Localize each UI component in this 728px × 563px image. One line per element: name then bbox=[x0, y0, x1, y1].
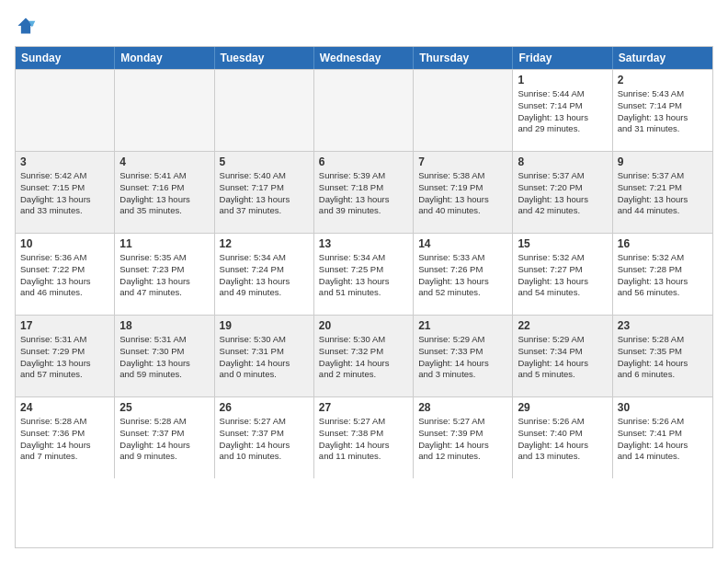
day-info: Sunrise: 5:28 AM Sunset: 7:37 PM Dayligh… bbox=[119, 416, 209, 463]
day-cell-14: 14Sunrise: 5:33 AM Sunset: 7:26 PM Dayli… bbox=[414, 234, 513, 315]
day-info: Sunrise: 5:44 AM Sunset: 7:14 PM Dayligh… bbox=[518, 88, 607, 135]
day-cell-3: 3Sunrise: 5:42 AM Sunset: 7:15 PM Daylig… bbox=[16, 152, 115, 233]
day-number: 6 bbox=[319, 155, 408, 168]
day-info: Sunrise: 5:26 AM Sunset: 7:41 PM Dayligh… bbox=[618, 416, 708, 463]
day-info: Sunrise: 5:42 AM Sunset: 7:15 PM Dayligh… bbox=[20, 170, 109, 217]
calendar-week-2: 3Sunrise: 5:42 AM Sunset: 7:15 PM Daylig… bbox=[16, 151, 712, 233]
day-info: Sunrise: 5:29 AM Sunset: 7:34 PM Dayligh… bbox=[518, 334, 607, 381]
day-cell-15: 15Sunrise: 5:32 AM Sunset: 7:27 PM Dayli… bbox=[513, 234, 612, 315]
cal-header-friday: Friday bbox=[513, 47, 612, 69]
day-cell-11: 11Sunrise: 5:35 AM Sunset: 7:23 PM Dayli… bbox=[115, 234, 214, 315]
day-cell-20: 20Sunrise: 5:30 AM Sunset: 7:32 PM Dayli… bbox=[314, 316, 414, 396]
cal-header-sunday: Sunday bbox=[16, 47, 115, 69]
day-number: 18 bbox=[119, 319, 209, 332]
day-number: 28 bbox=[418, 401, 507, 414]
day-cell-9: 9Sunrise: 5:37 AM Sunset: 7:21 PM Daylig… bbox=[613, 152, 712, 233]
day-info: Sunrise: 5:32 AM Sunset: 7:28 PM Dayligh… bbox=[618, 252, 708, 299]
cal-header-saturday: Saturday bbox=[613, 47, 712, 69]
day-info: Sunrise: 5:37 AM Sunset: 7:20 PM Dayligh… bbox=[518, 170, 607, 217]
day-cell-10: 10Sunrise: 5:36 AM Sunset: 7:22 PM Dayli… bbox=[16, 234, 115, 315]
page: SundayMondayTuesdayWednesdayThursdayFrid… bbox=[0, 0, 728, 563]
day-number: 4 bbox=[119, 155, 209, 168]
day-number: 17 bbox=[20, 319, 109, 332]
day-number: 15 bbox=[518, 237, 607, 250]
calendar-week-1: 1Sunrise: 5:44 AM Sunset: 7:14 PM Daylig… bbox=[16, 69, 712, 151]
day-number: 16 bbox=[618, 237, 708, 250]
day-number: 21 bbox=[418, 319, 507, 332]
day-info: Sunrise: 5:36 AM Sunset: 7:22 PM Dayligh… bbox=[20, 252, 109, 299]
day-info: Sunrise: 5:40 AM Sunset: 7:17 PM Dayligh… bbox=[220, 170, 309, 217]
day-info: Sunrise: 5:32 AM Sunset: 7:27 PM Dayligh… bbox=[518, 252, 607, 299]
day-cell-12: 12Sunrise: 5:34 AM Sunset: 7:24 PM Dayli… bbox=[215, 234, 314, 315]
day-info: Sunrise: 5:33 AM Sunset: 7:26 PM Dayligh… bbox=[418, 252, 507, 299]
day-number: 24 bbox=[20, 401, 109, 414]
day-cell-23: 23Sunrise: 5:28 AM Sunset: 7:35 PM Dayli… bbox=[613, 316, 712, 396]
day-info: Sunrise: 5:38 AM Sunset: 7:19 PM Dayligh… bbox=[418, 170, 507, 217]
day-number: 11 bbox=[119, 237, 209, 250]
day-cell-28: 28Sunrise: 5:27 AM Sunset: 7:39 PM Dayli… bbox=[414, 397, 513, 478]
empty-cell bbox=[414, 70, 513, 151]
day-cell-1: 1Sunrise: 5:44 AM Sunset: 7:14 PM Daylig… bbox=[513, 70, 612, 151]
header bbox=[15, 15, 713, 37]
day-number: 7 bbox=[418, 155, 507, 168]
day-cell-21: 21Sunrise: 5:29 AM Sunset: 7:33 PM Dayli… bbox=[414, 316, 513, 396]
day-cell-4: 4Sunrise: 5:41 AM Sunset: 7:16 PM Daylig… bbox=[115, 152, 214, 233]
day-number: 2 bbox=[618, 74, 708, 86]
day-number: 1 bbox=[518, 74, 607, 86]
day-cell-17: 17Sunrise: 5:31 AM Sunset: 7:29 PM Dayli… bbox=[16, 316, 115, 396]
day-cell-16: 16Sunrise: 5:32 AM Sunset: 7:28 PM Dayli… bbox=[613, 234, 712, 315]
day-cell-26: 26Sunrise: 5:27 AM Sunset: 7:37 PM Dayli… bbox=[215, 397, 314, 478]
day-cell-8: 8Sunrise: 5:37 AM Sunset: 7:20 PM Daylig… bbox=[513, 152, 612, 233]
day-number: 14 bbox=[418, 237, 507, 250]
day-number: 12 bbox=[220, 237, 309, 250]
day-info: Sunrise: 5:41 AM Sunset: 7:16 PM Dayligh… bbox=[119, 170, 209, 217]
calendar: SundayMondayTuesdayWednesdayThursdayFrid… bbox=[15, 46, 713, 548]
empty-cell bbox=[314, 70, 414, 151]
day-cell-27: 27Sunrise: 5:27 AM Sunset: 7:38 PM Dayli… bbox=[314, 397, 414, 478]
day-number: 25 bbox=[119, 401, 209, 414]
day-info: Sunrise: 5:37 AM Sunset: 7:21 PM Dayligh… bbox=[618, 170, 708, 217]
cal-header-monday: Monday bbox=[115, 47, 214, 69]
day-info: Sunrise: 5:30 AM Sunset: 7:31 PM Dayligh… bbox=[220, 334, 309, 381]
day-number: 9 bbox=[618, 155, 708, 168]
day-info: Sunrise: 5:27 AM Sunset: 7:38 PM Dayligh… bbox=[319, 416, 408, 463]
day-info: Sunrise: 5:43 AM Sunset: 7:14 PM Dayligh… bbox=[618, 88, 708, 135]
day-number: 5 bbox=[220, 155, 309, 168]
day-info: Sunrise: 5:34 AM Sunset: 7:24 PM Dayligh… bbox=[220, 252, 309, 299]
day-number: 27 bbox=[319, 401, 408, 414]
day-number: 19 bbox=[220, 319, 309, 332]
empty-cell bbox=[115, 70, 214, 151]
empty-cell bbox=[215, 70, 314, 151]
day-info: Sunrise: 5:27 AM Sunset: 7:39 PM Dayligh… bbox=[418, 416, 507, 463]
day-info: Sunrise: 5:29 AM Sunset: 7:33 PM Dayligh… bbox=[418, 334, 507, 381]
day-info: Sunrise: 5:26 AM Sunset: 7:40 PM Dayligh… bbox=[518, 416, 607, 463]
day-number: 22 bbox=[518, 319, 607, 332]
day-info: Sunrise: 5:31 AM Sunset: 7:29 PM Dayligh… bbox=[20, 334, 109, 381]
day-number: 8 bbox=[518, 155, 607, 168]
day-info: Sunrise: 5:39 AM Sunset: 7:18 PM Dayligh… bbox=[319, 170, 408, 217]
logo-icon bbox=[15, 15, 37, 37]
calendar-body: 1Sunrise: 5:44 AM Sunset: 7:14 PM Daylig… bbox=[16, 69, 712, 478]
day-info: Sunrise: 5:35 AM Sunset: 7:23 PM Dayligh… bbox=[119, 252, 209, 299]
calendar-week-3: 10Sunrise: 5:36 AM Sunset: 7:22 PM Dayli… bbox=[16, 233, 712, 315]
day-number: 13 bbox=[319, 237, 408, 250]
day-number: 10 bbox=[20, 237, 109, 250]
day-info: Sunrise: 5:28 AM Sunset: 7:35 PM Dayligh… bbox=[618, 334, 708, 381]
logo bbox=[15, 15, 40, 37]
day-cell-19: 19Sunrise: 5:30 AM Sunset: 7:31 PM Dayli… bbox=[215, 316, 314, 396]
day-cell-7: 7Sunrise: 5:38 AM Sunset: 7:19 PM Daylig… bbox=[414, 152, 513, 233]
day-cell-5: 5Sunrise: 5:40 AM Sunset: 7:17 PM Daylig… bbox=[215, 152, 314, 233]
day-info: Sunrise: 5:27 AM Sunset: 7:37 PM Dayligh… bbox=[220, 416, 309, 463]
day-cell-29: 29Sunrise: 5:26 AM Sunset: 7:40 PM Dayli… bbox=[513, 397, 612, 478]
empty-cell bbox=[16, 70, 115, 151]
day-cell-22: 22Sunrise: 5:29 AM Sunset: 7:34 PM Dayli… bbox=[513, 316, 612, 396]
day-info: Sunrise: 5:31 AM Sunset: 7:30 PM Dayligh… bbox=[119, 334, 209, 381]
day-number: 26 bbox=[220, 401, 309, 414]
cal-header-tuesday: Tuesday bbox=[215, 47, 314, 69]
day-cell-24: 24Sunrise: 5:28 AM Sunset: 7:36 PM Dayli… bbox=[16, 397, 115, 478]
calendar-week-5: 24Sunrise: 5:28 AM Sunset: 7:36 PM Dayli… bbox=[16, 396, 712, 478]
day-cell-6: 6Sunrise: 5:39 AM Sunset: 7:18 PM Daylig… bbox=[314, 152, 414, 233]
day-number: 20 bbox=[319, 319, 408, 332]
day-cell-25: 25Sunrise: 5:28 AM Sunset: 7:37 PM Dayli… bbox=[115, 397, 214, 478]
cal-header-thursday: Thursday bbox=[414, 47, 513, 69]
